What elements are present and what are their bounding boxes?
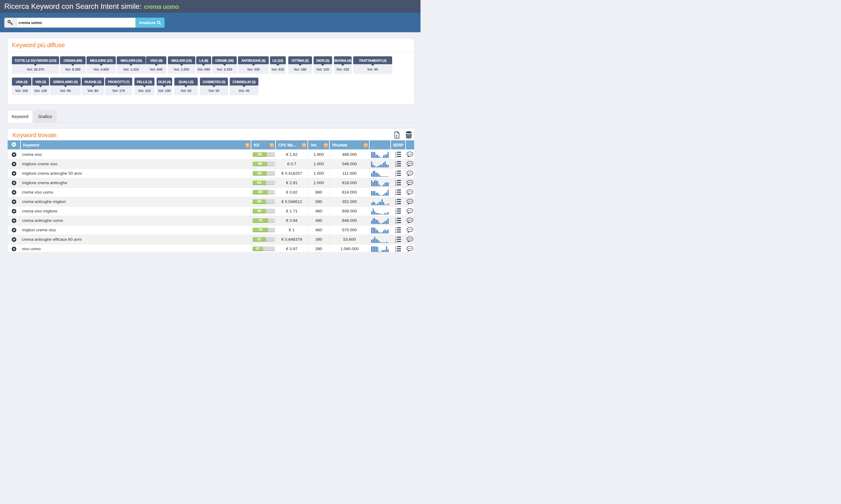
svg-text:1: 1 — [395, 246, 396, 248]
svg-text:1: 1 — [395, 151, 396, 154]
svg-text:3: 3 — [395, 175, 396, 177]
svg-text:1: 1 — [395, 199, 396, 201]
svg-text:3: 3 — [395, 156, 396, 158]
svg-text:1: 1 — [395, 227, 396, 229]
svg-text:3: 3 — [395, 165, 396, 167]
svg-text:1: 1 — [395, 218, 396, 220]
svg-text:1: 1 — [395, 236, 396, 239]
svg-text:1: 1 — [395, 161, 396, 163]
svg-text:3: 3 — [395, 231, 396, 233]
svg-text:3: 3 — [395, 250, 396, 252]
svg-text:1: 1 — [395, 180, 396, 182]
svg-text:3: 3 — [395, 194, 396, 195]
svg-text:1: 1 — [395, 170, 396, 173]
svg-text:1: 1 — [395, 189, 396, 192]
svg-text:3: 3 — [395, 222, 396, 224]
svg-text:x: x — [396, 134, 398, 138]
svg-text:3: 3 — [395, 241, 396, 242]
svg-text:1: 1 — [395, 208, 396, 210]
svg-text:3: 3 — [395, 184, 396, 186]
svg-text:3: 3 — [395, 213, 396, 214]
svg-text:3: 3 — [395, 203, 396, 205]
